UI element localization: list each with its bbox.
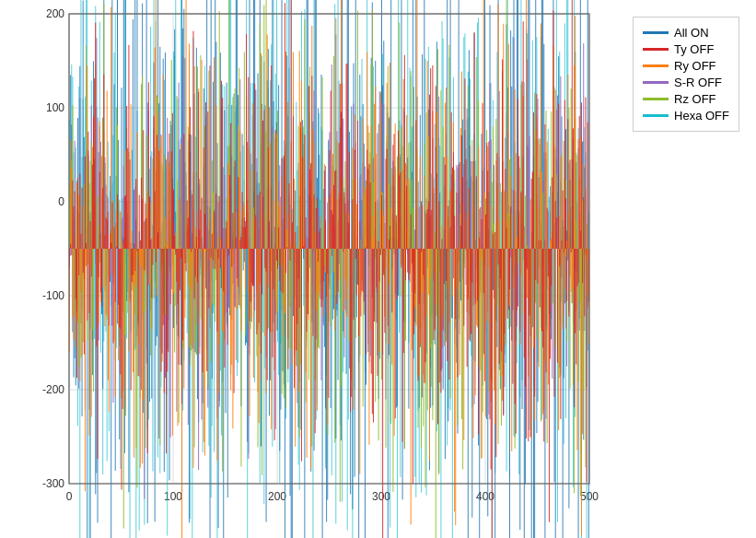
svg-rect-2834	[392, 145, 393, 249]
svg-rect-1877	[437, 49, 438, 249]
svg-rect-1601	[150, 249, 151, 356]
svg-rect-2965	[529, 249, 529, 316]
svg-rect-1898	[459, 214, 460, 249]
svg-rect-2869	[429, 95, 430, 249]
svg-rect-2531	[77, 178, 78, 249]
svg-rect-2356	[415, 249, 416, 326]
svg-rect-2690	[243, 228, 244, 249]
svg-rect-2816	[374, 249, 375, 322]
svg-rect-2600	[149, 196, 150, 249]
svg-rect-2107	[157, 249, 157, 297]
svg-rect-1910	[471, 140, 472, 249]
svg-text:0: 0	[66, 490, 73, 503]
svg-rect-2146	[197, 212, 198, 249]
svg-rect-775	[331, 249, 332, 256]
svg-rect-2453	[517, 237, 518, 249]
svg-rect-2562	[110, 234, 110, 249]
svg-rect-2616	[166, 249, 167, 453]
svg-rect-2395	[456, 249, 457, 288]
svg-rect-1134	[184, 231, 185, 249]
svg-rect-2968	[532, 171, 533, 249]
svg-rect-1102	[151, 239, 152, 249]
svg-rect-2619	[169, 134, 169, 249]
svg-rect-2958	[522, 81, 523, 249]
svg-rect-2024	[70, 140, 71, 249]
svg-rect-2932	[494, 232, 495, 249]
svg-rect-2259	[315, 232, 316, 249]
svg-rect-2298	[355, 180, 356, 249]
svg-rect-2888	[448, 249, 449, 380]
svg-rect-1463	[527, 59, 528, 249]
svg-rect-1492	[557, 96, 558, 249]
svg-rect-2261	[317, 249, 318, 411]
svg-rect-2466	[530, 199, 531, 249]
svg-rect-2324	[382, 210, 383, 249]
svg-rect-2192	[245, 249, 246, 289]
svg-rect-1624	[174, 249, 175, 352]
svg-rect-1304	[362, 237, 363, 249]
svg-rect-2976	[541, 240, 541, 249]
svg-rect-2439	[502, 249, 503, 401]
svg-rect-2784	[341, 112, 342, 249]
svg-rect-2263	[319, 249, 320, 296]
svg-rect-2152	[204, 249, 204, 442]
svg-rect-2436	[499, 220, 500, 249]
svg-rect-2066	[114, 249, 115, 341]
svg-rect-2981	[546, 249, 547, 372]
svg-rect-2602	[151, 249, 152, 298]
svg-rect-2818	[376, 249, 377, 287]
svg-rect-2931	[494, 249, 494, 298]
svg-rect-2286	[343, 249, 343, 310]
svg-rect-2327	[386, 249, 387, 269]
svg-rect-2632	[182, 249, 183, 341]
svg-rect-2635	[186, 249, 187, 271]
svg-rect-890	[451, 249, 452, 318]
svg-rect-2894	[455, 249, 456, 320]
svg-rect-209	[262, 249, 263, 333]
svg-rect-1485	[550, 186, 551, 249]
svg-rect-2316	[374, 104, 375, 249]
legend-label: Ry OFF	[674, 59, 716, 73]
svg-rect-1579	[127, 249, 128, 313]
svg-rect-2471	[535, 130, 536, 249]
svg-rect-2054	[101, 156, 102, 249]
svg-rect-1775	[331, 249, 332, 250]
svg-rect-1174	[227, 249, 227, 312]
svg-rect-2815	[373, 249, 374, 422]
svg-rect-2606	[156, 249, 157, 262]
svg-rect-2532	[78, 249, 79, 275]
svg-rect-2640	[191, 249, 192, 252]
svg-rect-2375	[436, 249, 436, 304]
svg-rect-2364	[424, 176, 425, 249]
svg-rect-2662	[214, 211, 215, 249]
svg-rect-2639	[190, 107, 191, 249]
svg-rect-1559	[107, 249, 108, 320]
svg-rect-2864	[424, 249, 425, 383]
svg-rect-2735	[290, 249, 291, 261]
svg-rect-2277	[333, 249, 334, 273]
svg-rect-2349	[408, 178, 409, 249]
svg-rect-2083	[132, 230, 133, 249]
svg-rect-2793	[350, 249, 351, 412]
svg-rect-2745	[300, 122, 301, 249]
svg-rect-2680	[232, 213, 233, 249]
svg-rect-1310	[367, 249, 368, 344]
svg-rect-2575	[123, 239, 124, 249]
svg-rect-1786	[343, 178, 343, 249]
svg-rect-2087	[135, 249, 136, 288]
svg-rect-2063	[110, 7, 111, 249]
svg-rect-2515	[581, 249, 582, 535]
svg-rect-374	[435, 124, 436, 249]
svg-rect-2719	[273, 249, 273, 289]
svg-rect-241	[296, 102, 297, 249]
svg-rect-2598	[147, 249, 148, 453]
svg-rect-1994	[559, 249, 560, 378]
svg-rect-2116	[166, 244, 167, 249]
svg-rect-34	[80, 0, 81, 249]
svg-rect-125	[175, 0, 176, 249]
svg-rect-2144	[195, 228, 196, 249]
svg-rect-275	[331, 249, 332, 475]
svg-rect-1154	[205, 249, 206, 288]
svg-rect-782	[339, 249, 340, 264]
svg-rect-2586	[134, 249, 135, 271]
